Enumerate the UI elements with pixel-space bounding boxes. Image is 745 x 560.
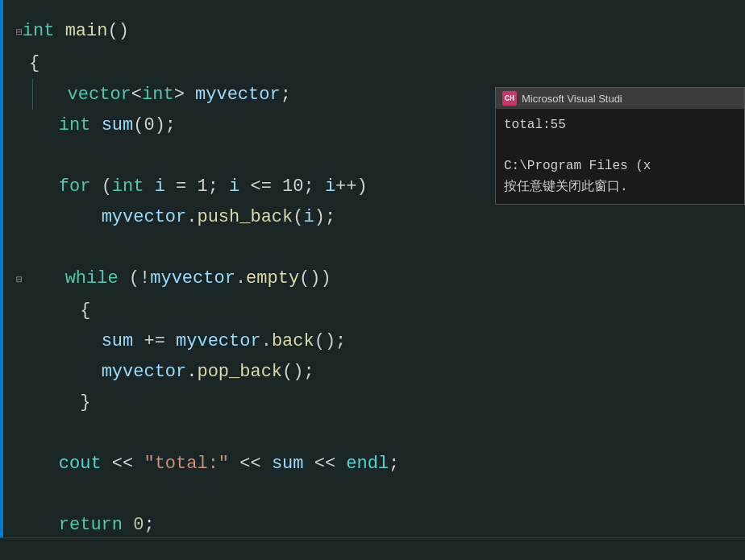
console-window: CH Microsoft Visual Studi total:55 C:\Pr…	[495, 87, 745, 205]
console-line-2	[504, 136, 736, 157]
console-title-bar: CH Microsoft Visual Studi	[496, 88, 744, 109]
console-line-3: C:\Program Files (x	[504, 156, 736, 177]
console-title: Microsoft Visual Studi	[522, 93, 622, 105]
collapse-icon[interactable]: ⊟	[16, 27, 23, 39]
console-icon-label: CH	[505, 94, 514, 103]
console-line-1: total:55	[504, 115, 736, 136]
console-body: total:55 C:\Program Files (x 按任意键关闭此窗口.	[496, 109, 744, 204]
bottom-status-bar	[0, 537, 745, 560]
while-collapse-icon[interactable]: ⊟	[16, 274, 23, 286]
left-border	[0, 0, 3, 560]
console-app-icon: CH	[502, 91, 517, 106]
code-editor: ⊟int main() { vector<int> myvector; int …	[0, 0, 745, 560]
console-line-4: 按任意键关闭此窗口.	[504, 177, 736, 198]
